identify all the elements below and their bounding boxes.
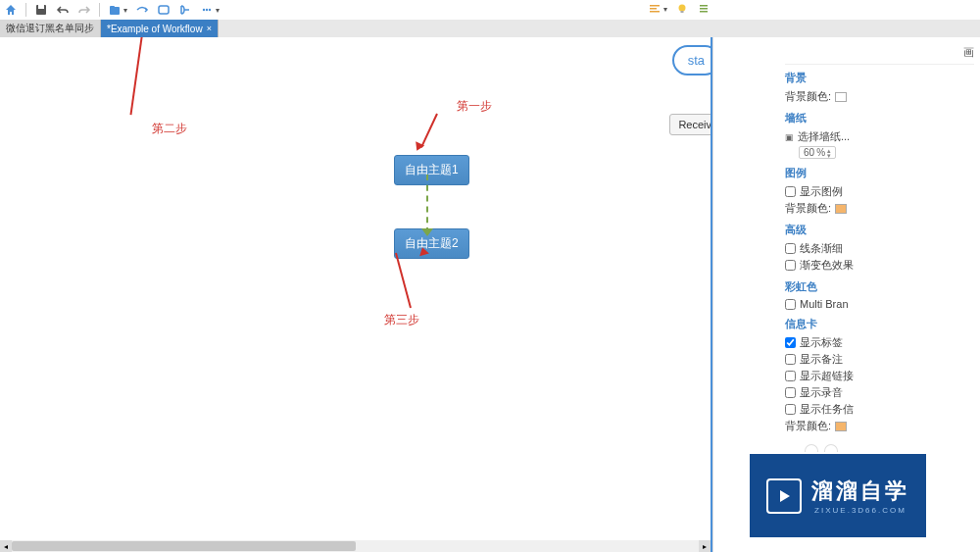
checkbox-show-legend[interactable] (785, 186, 796, 197)
play-icon (766, 478, 802, 514)
close-icon[interactable]: × (207, 24, 212, 33)
row-opacity: 60 % ▴▾ (785, 145, 974, 160)
label-show-link: 显示超链接 (800, 369, 854, 383)
svg-point-5 (203, 9, 205, 11)
home-icon[interactable] (4, 3, 18, 17)
svg-rect-4 (159, 6, 169, 14)
svg-rect-15 (700, 11, 708, 13)
scroll-track[interactable] (12, 540, 699, 552)
node-topic-1[interactable]: 自由主题1 (394, 155, 469, 185)
horizontal-scrollbar[interactable]: ◂ ▸ (0, 540, 710, 552)
svg-rect-10 (650, 11, 660, 13)
redo-icon[interactable] (77, 3, 91, 17)
row-show-notes[interactable]: 显示备注 (785, 351, 974, 368)
annotation-step2: 第二步 (152, 121, 187, 137)
connector-arrow (421, 228, 433, 236)
color-swatch[interactable] (835, 422, 847, 431)
label-show-task: 显示任务信 (800, 402, 854, 417)
list-icon[interactable] (697, 2, 710, 16)
panel-header: 画 (785, 41, 974, 65)
canvas[interactable]: sta Receiv 自由主题1 自由主题2 第一步 第二步 第三步 (0, 37, 710, 540)
checkbox-show-link[interactable] (785, 371, 796, 381)
label-select-wallpaper: 选择墙纸... (798, 129, 850, 144)
svg-point-7 (209, 9, 211, 11)
more-dropdown[interactable]: ▾ (200, 3, 220, 17)
bulb-icon[interactable] (675, 2, 689, 16)
opacity-input[interactable]: 60 % ▴▾ (799, 146, 836, 159)
scroll-thumb[interactable] (12, 541, 356, 551)
label-multi-branch: Multi Bran (800, 298, 849, 310)
relation-icon[interactable] (135, 3, 149, 17)
main-toolbar: ▾ ▾ (0, 0, 980, 20)
save-icon[interactable] (34, 3, 48, 17)
tab-label: 微信退订黑名单同步 (6, 22, 94, 35)
label-bg-color: 背景颜色: (785, 89, 831, 104)
undo-icon[interactable] (56, 3, 70, 17)
color-swatch[interactable] (835, 92, 847, 102)
row-show-audio[interactable]: 显示录音 (785, 384, 974, 401)
opacity-unit: % (816, 147, 825, 158)
align-dropdown[interactable]: ▾ (648, 2, 667, 16)
row-show-label[interactable]: 显示标签 (785, 334, 974, 351)
svg-rect-12 (681, 11, 684, 13)
section-background: 背景 (785, 71, 974, 85)
checkbox-line-taper[interactable] (785, 243, 796, 254)
tab-wechat-sync[interactable]: 微信退订黑名单同步 (0, 20, 101, 37)
svg-rect-8 (650, 5, 660, 7)
section-rainbow: 彩虹色 (785, 279, 974, 294)
svg-rect-9 (650, 8, 657, 10)
document-tabs: 微信退订黑名单同步 *Example of Workflow× (0, 20, 980, 37)
row-line-taper[interactable]: 线条渐细 (785, 240, 974, 257)
label-show-label: 显示标签 (800, 335, 843, 350)
row-show-task[interactable]: 显示任务信 (785, 401, 974, 418)
row-multi-branch[interactable]: Multi Bran (785, 297, 974, 311)
checkbox-show-notes[interactable] (785, 354, 796, 365)
annotation-step3: 第三步 (384, 312, 419, 328)
row-show-link[interactable]: 显示超链接 (785, 368, 974, 384)
row-bg-color: 背景颜色: (785, 88, 974, 105)
watermark: 溜溜自学 ZIXUE.3D66.COM (750, 454, 926, 537)
color-swatch[interactable] (835, 204, 847, 214)
label-legend-bg: 背景颜色: (785, 201, 831, 216)
label-show-notes: 显示备注 (800, 352, 843, 367)
section-advanced: 高级 (785, 223, 974, 237)
label-line-taper: 线条渐细 (800, 241, 843, 256)
boundary-icon[interactable] (157, 3, 171, 17)
label-show-legend: 显示图例 (800, 184, 843, 199)
watermark-sub: ZIXUE.3D66.COM (814, 506, 906, 515)
row-select-wallpaper[interactable]: ▣ 选择墙纸... (785, 128, 974, 145)
svg-rect-13 (700, 5, 708, 7)
checkbox-multi-branch[interactable] (785, 299, 796, 310)
annotation-step1: 第一步 (457, 98, 492, 115)
summary-icon[interactable] (178, 3, 192, 17)
label-info-bg: 背景颜色: (785, 419, 831, 433)
checkbox-show-label[interactable] (785, 337, 796, 348)
chevron-down-icon: ▾ (216, 6, 220, 15)
checkbox-gradient[interactable] (785, 260, 796, 271)
row-info-bg: 背景颜色: (785, 418, 974, 434)
tree-toggle-icon[interactable]: ▣ (785, 132, 794, 142)
watermark-text: 溜溜自学 ZIXUE.3D66.COM (811, 477, 909, 515)
label-gradient: 渐变色效果 (800, 258, 854, 273)
watermark-main: 溜溜自学 (811, 477, 909, 506)
row-gradient[interactable]: 渐变色效果 (785, 257, 974, 274)
svg-rect-3 (110, 6, 115, 9)
row-show-legend[interactable]: 显示图例 (785, 183, 974, 200)
svg-rect-1 (38, 5, 44, 9)
open-dropdown[interactable]: ▾ (108, 3, 127, 17)
scroll-left-button[interactable]: ◂ (0, 540, 12, 552)
svg-point-6 (206, 9, 208, 11)
chevron-down-icon: ▾ (123, 6, 127, 15)
receive-button[interactable]: Receiv (669, 114, 712, 135)
scroll-right-button[interactable]: ▸ (699, 540, 710, 552)
start-node[interactable]: sta (672, 45, 712, 75)
tab-example-workflow[interactable]: *Example of Workflow× (101, 20, 219, 37)
checkbox-show-audio[interactable] (785, 387, 796, 398)
arrow-line (395, 253, 412, 309)
canvas-toolbar: ▾ (648, 2, 710, 16)
chevron-down-icon: ▾ (663, 5, 667, 14)
watermark-dots (805, 444, 838, 452)
section-wallpaper: 墙纸 (785, 111, 974, 125)
stepper-buttons[interactable]: ▴▾ (827, 148, 831, 158)
checkbox-show-task[interactable] (785, 404, 796, 415)
